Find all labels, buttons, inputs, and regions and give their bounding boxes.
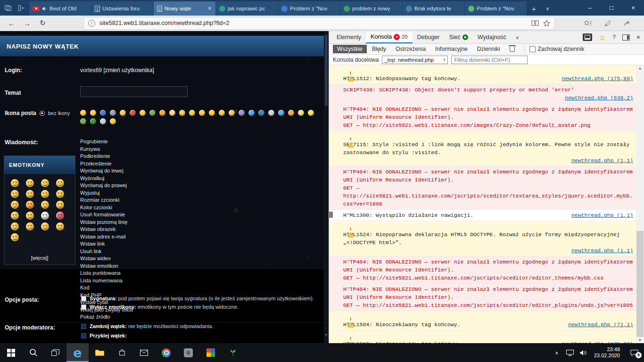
maximize-button[interactable]: □ [601,0,622,15]
network-icon[interactable] [563,343,577,362]
post-icon-option[interactable] [80,110,86,116]
post-icon-option[interactable] [110,110,116,116]
post-icon-option[interactable] [179,110,185,116]
tab-list-button[interactable]: ∨ [541,1,554,16]
console-message[interactable]: newthread.php (1,1)HTML1300: Wystąpiło d… [329,210,636,221]
no-icon-radio[interactable] [40,111,45,116]
console-source-link[interactable]: newthread.php (71,1) [568,321,633,329]
scrollbar-up-icon[interactable]: ▲ [636,66,644,70]
page-scrollbar-thumb[interactable] [325,35,328,106]
taskbar-app-button-1[interactable] [177,343,199,362]
console-message[interactable]: newthread.php (175,89)HTML1512: Niedopas… [329,330,636,343]
post-icon-option[interactable] [268,110,274,116]
editor-menu-item[interactable]: Wyśrodkuj [80,175,222,182]
console-filter-błędy[interactable]: Błędy [368,45,390,53]
editor-menu-item[interactable]: Podkreślenie [80,153,222,160]
console-source-link[interactable]: newthread.php (1,1) [571,247,633,254]
console-target-select[interactable]: _top: newthread.php ∨ [382,56,448,64]
post-icon-option[interactable] [90,118,96,124]
browser-tab[interactable]: Ustawienia foru [91,1,153,16]
post-icon-option[interactable] [298,110,304,116]
editor-menu-item[interactable]: Wstaw adres e-mail [80,233,222,241]
close-window-button[interactable]: × [622,0,644,15]
editor-menu-item[interactable]: Wyrównaj do prawej [80,182,222,189]
emoticon[interactable] [26,212,34,220]
emoticon[interactable] [56,179,64,187]
editor-menu-item[interactable]: Wstaw poziomą linię [80,219,222,226]
editor-menu-item[interactable]: Wstaw emotikon [80,263,222,270]
reading-view-icon[interactable] [531,20,539,26]
emoticon[interactable] [26,190,34,198]
editor-menu-item[interactable]: Wyrównaj do lewej [80,167,222,175]
emoticon[interactable] [41,212,49,220]
post-icon-option[interactable] [80,118,86,124]
taskbar-app-button-3[interactable] [222,343,244,362]
emoticon[interactable] [11,233,19,241]
emoticon[interactable] [41,222,49,230]
disable-smilies-checkbox[interactable] [81,304,86,310]
editor-menu-item[interactable]: Pogrubienie [80,138,222,146]
emoticon[interactable] [56,222,64,230]
console-filter-wszystkie[interactable]: Wszystkie [333,45,367,53]
post-icon-option[interactable] [140,110,146,116]
post-icon-option[interactable] [159,110,165,116]
hub-icon[interactable] [584,20,592,27]
taskbar-chrome-button[interactable] [155,343,177,362]
close-thread-checkbox[interactable] [81,324,86,329]
console-message[interactable]: HTTP404: NIE ODNALEZIONO — serwer nie zn… [329,284,636,311]
console-scrollbar[interactable]: ▲ ▼ [636,65,644,343]
action-center-button[interactable]: 8 [624,349,644,356]
editor-menu-item[interactable]: Lista punktowana [80,270,222,277]
change-user-link[interactable]: [zmień użytkownika] [103,67,154,74]
editor-menu-item[interactable]: Przekreślenie [80,160,222,168]
console-source-link[interactable]: newthread.php (1,1) [571,211,633,219]
new-tab-button[interactable]: + [527,1,541,16]
favorite-star-icon[interactable] [543,20,550,27]
emoticon[interactable] [56,212,64,220]
console-message[interactable]: SCRIPT438: SCRIPT438: Object doesn't sup… [329,84,636,104]
editor-menu-item[interactable]: Wstaw obrazek [80,226,222,233]
more-panels-button[interactable]: ∨ [511,31,524,43]
emoticon[interactable] [11,212,19,220]
taskbar-mail-button[interactable] [133,343,155,362]
post-icon-option[interactable] [308,110,314,116]
volume-icon[interactable] [577,343,590,362]
editor-menu-item[interactable]: Kolor czcionki [80,204,222,212]
signature-checkbox[interactable] [81,296,86,301]
scrollbar-down-icon[interactable]: ▼ [636,338,644,342]
stick-thread-checkbox[interactable] [81,333,86,338]
console-message[interactable]: HTTP404: NIE ODNALEZIONO — serwer nie zn… [329,166,636,210]
post-icon-option[interactable] [248,110,255,116]
taskbar-explorer-button[interactable] [89,343,111,362]
post-icon-option[interactable] [130,110,136,116]
editor-menu-item[interactable]: Wstaw wideo [80,255,222,263]
editor-menu-item[interactable]: Wyjustuj [80,189,222,197]
post-icon-option[interactable] [258,110,264,116]
browser-tab[interactable]: jak naprawic pc [216,1,278,16]
editor-menu-item[interactable]: Wstaw link [80,240,222,248]
preserve-log-checkbox[interactable] [529,46,536,52]
emoticon[interactable] [26,179,34,187]
post-icon-option[interactable] [239,110,245,116]
scroll-down-arrow-icon[interactable]: ▼ [324,333,329,337]
more-emoticons-link[interactable]: [więcej] [4,255,75,261]
dock-side-icon[interactable] [622,34,630,41]
post-icon-option[interactable] [199,110,205,116]
console-message[interactable]: newthread.php (175,89)HTML1512: Niedopas… [329,65,636,84]
console-filter-dzienniki[interactable]: Dzienniki [473,45,504,53]
devtools-tab-sieć[interactable]: Sieć [445,31,473,43]
emoticon[interactable] [41,190,49,198]
taskbar-app-button-2[interactable] [199,343,222,362]
editor-menu-item[interactable]: Usuń link [80,248,222,255]
emoticon[interactable] [41,201,49,209]
devtools-tab-konsola[interactable]: Konsola×20 [366,31,412,43]
console-message[interactable]: newthread.php (71,1)HTML1504: Nieoczekiw… [329,311,636,330]
console-filter-informacyjne[interactable]: Informacyjne [431,45,472,53]
browser-tab[interactable]: Problem z "Nov [465,1,527,16]
console-message[interactable]: HTML1524: Niepoprawna deklaracja HTML5 D… [329,221,636,256]
help-icon[interactable]: ? [612,34,616,41]
tabs-preview-button[interactable] [1,1,14,14]
start-button[interactable] [0,343,22,362]
tab-audio-icon[interactable] [42,6,47,11]
browser-tab[interactable]: Brak edytora te [403,1,464,16]
